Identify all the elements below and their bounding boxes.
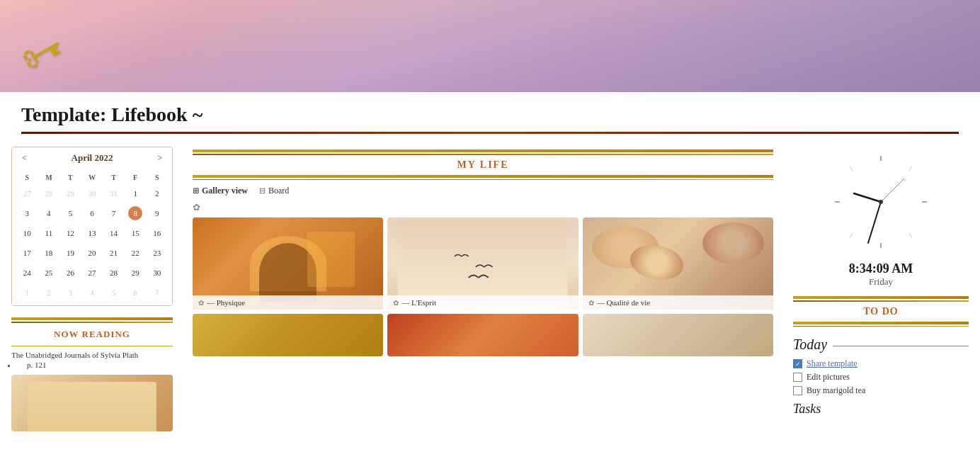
clock-face [824, 145, 938, 259]
cal-day-7[interactable]: 7 [103, 203, 125, 223]
cal-day-22[interactable]: 22 [125, 243, 147, 263]
cal-day-2b[interactable]: 2 [38, 283, 60, 302]
reading-divider [11, 346, 173, 346]
header-banner: 🗝 [0, 0, 980, 92]
todo-line-thick-2 [793, 322, 969, 324]
cal-day-1b[interactable]: 1 [16, 283, 38, 302]
esprit-label-text: — L'Esprit [401, 298, 436, 307]
calendar-next-button[interactable]: > [154, 152, 165, 164]
cal-day-29b[interactable]: 29 [125, 263, 147, 283]
svg-line-9 [854, 193, 881, 202]
gallery-item-b2[interactable] [387, 314, 578, 356]
cal-day-26[interactable]: 26 [59, 263, 81, 283]
cal-day-30[interactable]: 30 [81, 183, 103, 203]
day-header-t1: T [59, 171, 81, 183]
cal-day-31[interactable]: 31 [103, 183, 125, 203]
cal-day-18[interactable]: 18 [38, 243, 60, 263]
cal-day-8-today[interactable]: 8 [128, 206, 142, 220]
calendar-grid: S M T W T F S 27 28 29 30 31 1 2 [12, 169, 172, 305]
todo-line-thin-1 [793, 300, 969, 302]
cal-day-20[interactable]: 20 [81, 243, 103, 263]
cal-day-5b[interactable]: 5 [103, 283, 125, 302]
todo-item-share: Share template [793, 358, 969, 369]
cal-day-17[interactable]: 17 [16, 243, 38, 263]
cal-day-25[interactable]: 25 [38, 263, 60, 283]
gallery-grid: ✿ — Physique [193, 217, 773, 310]
todo-top-lines [793, 296, 969, 302]
gallery-settings-icon: ✿ [193, 202, 773, 213]
board-view-tab[interactable]: ⊟ Board [259, 186, 289, 196]
cal-day-28b[interactable]: 28 [103, 263, 125, 283]
cal-day-4b[interactable]: 4 [81, 283, 103, 302]
calendar-prev-button[interactable]: < [19, 152, 30, 164]
mylife-bottom-lines [193, 175, 773, 181]
cal-day-28[interactable]: 28 [38, 183, 60, 203]
svg-line-10 [868, 202, 881, 243]
todo-checkbox-share[interactable] [793, 359, 802, 368]
cal-day-4[interactable]: 4 [38, 203, 60, 223]
book-image-inner [28, 382, 156, 431]
cal-day-6b[interactable]: 6 [125, 283, 147, 302]
todo-item-tea: Buy marigold tea [793, 385, 969, 396]
right-sidebar: 8:34:09 AM Friday TO DO Today Share temp… [782, 140, 980, 464]
main-layout: < April 2022 > S M T W T F S 27 28 [0, 140, 980, 464]
gallery-item-b1[interactable] [193, 314, 383, 356]
cal-day-7b[interactable]: 7 [146, 283, 168, 302]
calendar-month-label: April 2022 [72, 152, 113, 164]
mylife-line-thin-2 [193, 179, 773, 181]
cal-day-6[interactable]: 6 [81, 203, 103, 223]
todo-checkbox-edit[interactable] [793, 373, 802, 382]
svg-line-11 [881, 179, 904, 202]
calendar-week-4: 17 18 19 20 21 22 23 [16, 243, 168, 263]
cal-day-9[interactable]: 9 [146, 203, 168, 223]
cal-day-24[interactable]: 24 [16, 263, 38, 283]
cal-day-27[interactable]: 27 [16, 183, 38, 203]
physique-window-light [307, 232, 355, 287]
todo-checkbox-tea[interactable] [793, 386, 802, 395]
gallery-item-qualite[interactable]: ✿ — Qualité de vie [583, 217, 773, 310]
mylife-section: MY LIFE [193, 149, 773, 180]
tasks-heading: Tasks [793, 402, 969, 417]
todo-bottom-lines [793, 322, 969, 327]
gallery-item-b3[interactable] [583, 314, 773, 356]
calendar-week-2: 3 4 5 6 7 8 9 [16, 203, 168, 223]
gallery-item-esprit[interactable]: ✿ — L'Esprit [387, 217, 578, 310]
cal-day-16[interactable]: 16 [146, 223, 168, 243]
cal-day-21[interactable]: 21 [103, 243, 125, 263]
now-reading-title: NOW READING [11, 329, 173, 340]
todo-item-edit: Edit pictures [793, 372, 969, 383]
day-header-f: F [125, 171, 147, 183]
cal-day-13[interactable]: 13 [81, 223, 103, 243]
reading-page: p. 121 [17, 361, 173, 369]
cal-day-29[interactable]: 29 [59, 183, 81, 203]
cal-day-10[interactable]: 10 [16, 223, 38, 243]
cal-day-30b[interactable]: 30 [146, 263, 168, 283]
gallery-item-physique[interactable]: ✿ — Physique [193, 217, 383, 310]
mylife-title: MY LIFE [193, 159, 773, 171]
cal-day-2[interactable]: 2 [146, 183, 168, 203]
calendar: < April 2022 > S M T W T F S 27 28 [11, 147, 173, 306]
cal-day-19[interactable]: 19 [59, 243, 81, 263]
main-divider [21, 132, 959, 134]
day-header-m: M [38, 171, 60, 183]
cal-day-23[interactable]: 23 [146, 243, 168, 263]
cal-day-1[interactable]: 1 [125, 183, 147, 203]
cal-day-15[interactable]: 15 [125, 223, 147, 243]
cal-day-11[interactable]: 11 [38, 223, 60, 243]
todo-text-share[interactable]: Share template [807, 358, 858, 369]
clock-container: 8:34:09 AM Friday [793, 145, 969, 288]
cal-day-12[interactable]: 12 [59, 223, 81, 243]
todo-text-edit: Edit pictures [807, 372, 850, 383]
cal-day-3b[interactable]: 3 [59, 283, 81, 302]
gallery-view-tab[interactable]: ⊞ Gallery view [193, 186, 248, 196]
qualite-label-text: — Qualité de vie [597, 298, 650, 307]
gallery-view-label: Gallery view [202, 186, 248, 196]
cal-day-3[interactable]: 3 [16, 203, 38, 223]
qualite-label: ✿ — Qualité de vie [583, 295, 773, 310]
cal-day-14[interactable]: 14 [103, 223, 125, 243]
line-thick-1 [11, 317, 173, 320]
esprit-icon: ✿ [393, 299, 399, 307]
day-header-s1: S [16, 171, 38, 183]
cal-day-5[interactable]: 5 [59, 203, 81, 223]
cal-day-27b[interactable]: 27 [81, 263, 103, 283]
